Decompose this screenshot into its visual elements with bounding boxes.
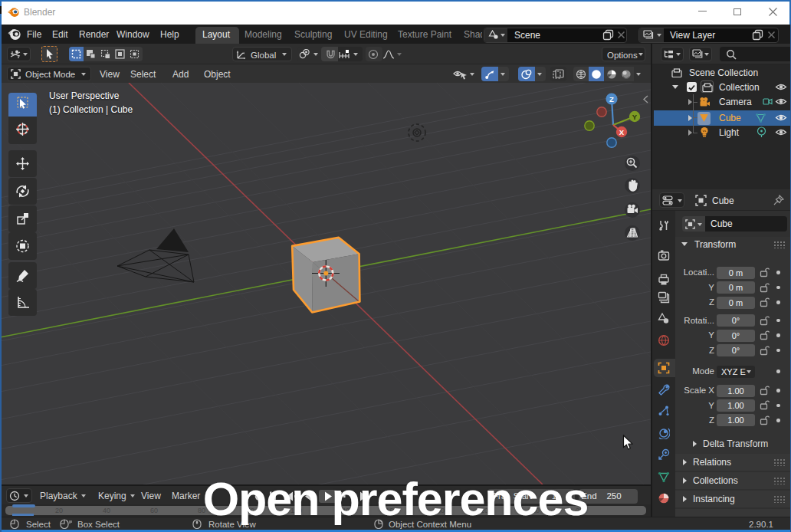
svg-text:Z: Z: [609, 95, 614, 103]
svg-text:X: X: [619, 128, 625, 136]
svg-text:Y: Y: [632, 113, 638, 121]
